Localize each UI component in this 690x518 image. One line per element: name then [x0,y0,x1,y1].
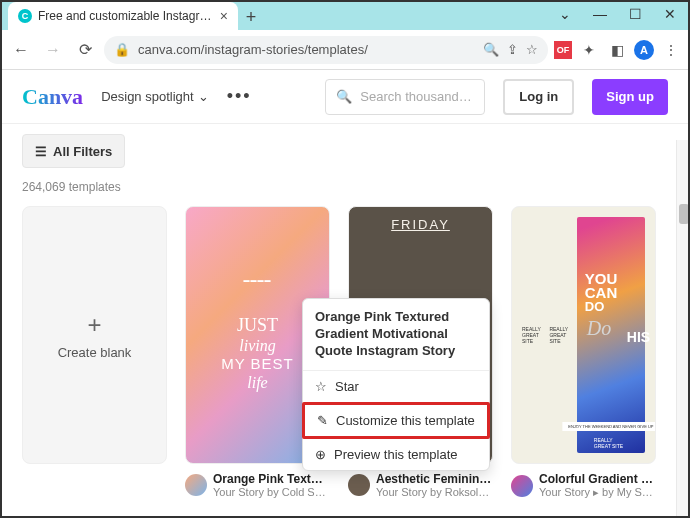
chevron-down-icon[interactable]: ⌄ [559,6,571,22]
browser-titlebar: C Free and customizable Instagram × + ⌄ … [0,0,690,30]
create-blank-label: Create blank [58,345,132,360]
more-menu[interactable]: ••• [227,86,252,107]
zoom-icon[interactable]: 🔍 [483,42,499,57]
profile-avatar[interactable]: A [634,40,654,60]
template-subtitle: Your Story by Roksolana … [376,486,493,498]
preview-template-option[interactable]: ⊕ Preview this template [303,439,489,470]
login-button[interactable]: Log in [503,79,574,115]
bookmark-icon[interactable]: ☆ [526,42,538,57]
search-placeholder: Search thousands of templates [360,89,474,104]
chevron-down-icon: ⌄ [198,89,209,104]
maximize-icon[interactable]: ☐ [629,6,642,22]
popover-title: Orange Pink Textured Gradient Motivation… [303,299,489,371]
search-icon: 🔍 [336,89,352,104]
star-option[interactable]: ☆ Star [303,371,489,402]
new-tab-button[interactable]: + [238,4,264,30]
scrollbar-thumb[interactable] [679,204,689,224]
template-title: Colorful Gradient Noi… [539,472,656,486]
scrollbar[interactable] [676,140,690,518]
minimize-icon[interactable]: — [593,6,607,22]
app-viewport: Canva Design spotlight ⌄ ••• 🔍 Search th… [0,70,690,518]
forward-button[interactable]: → [40,37,66,63]
template-subtitle: Your Story by Cold Sea D… [213,486,330,498]
browser-tab[interactable]: C Free and customizable Instagram × [8,2,238,30]
reload-button[interactable]: ⟳ [72,37,98,63]
url-text: canva.com/instagram-stories/templates/ [138,42,368,57]
template-card[interactable]: REALLY GREAT SITEREALLY GREAT SITE YOU C… [511,206,656,499]
filter-icon: ☰ [35,144,47,159]
template-count: 264,069 templates [0,178,690,200]
browser-menu-icon[interactable]: ⋮ [660,39,682,61]
canva-favicon: C [18,9,32,23]
share-icon[interactable]: ⇪ [507,42,518,57]
close-window-icon[interactable]: ✕ [664,6,676,22]
author-avatar [348,474,370,496]
create-blank-card[interactable]: + Create blank [22,206,167,499]
search-input[interactable]: 🔍 Search thousands of templates [325,79,485,115]
tab-title: Free and customizable Instagram [38,9,214,23]
edit-icon: ✎ [317,413,328,428]
canva-logo[interactable]: Canva [22,84,83,110]
close-tab-icon[interactable]: × [220,8,228,24]
window-controls: ⌄ — ☐ ✕ [559,2,690,30]
customize-template-option[interactable]: ✎ Customize this template [302,402,490,439]
star-icon: ☆ [315,379,327,394]
plus-icon: + [87,311,101,339]
filter-bar: ☰ All Filters [0,124,690,178]
signup-button[interactable]: Sign up [592,79,668,115]
author-avatar [511,475,533,497]
all-filters-button[interactable]: ☰ All Filters [22,134,125,168]
template-title: Orange Pink Textured… [213,472,330,486]
sidepanel-icon[interactable]: ◧ [606,39,628,61]
context-menu: Orange Pink Textured Gradient Motivation… [302,298,490,471]
app-header: Canva Design spotlight ⌄ ••• 🔍 Search th… [0,70,690,124]
lock-icon: 🔒 [114,42,130,57]
extension-badge[interactable]: OF [554,41,572,59]
design-spotlight-menu[interactable]: Design spotlight ⌄ [101,89,209,104]
author-avatar [185,474,207,496]
template-subtitle: Your Story ▸ by My Socia… [539,486,656,499]
extensions-icon[interactable]: ✦ [578,39,600,61]
browser-toolbar: ← → ⟳ 🔒 canva.com/instagram-stories/temp… [0,30,690,70]
template-title: Aesthetic Feminine … [376,472,493,486]
template-thumbnail[interactable]: REALLY GREAT SITEREALLY GREAT SITE YOU C… [511,206,656,464]
url-bar[interactable]: 🔒 canva.com/instagram-stories/templates/… [104,36,548,64]
back-button[interactable]: ← [8,37,34,63]
magnify-icon: ⊕ [315,447,326,462]
